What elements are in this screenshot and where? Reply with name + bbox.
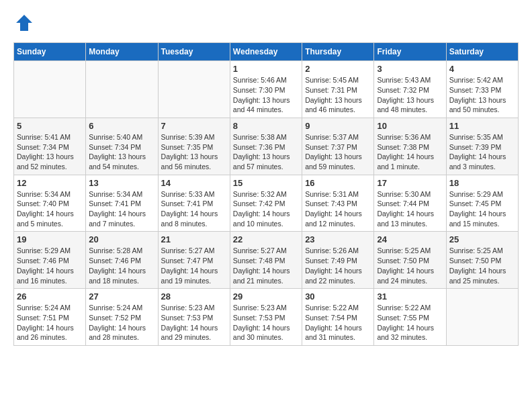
- day-number: 17: [377, 178, 443, 188]
- day-info: Sunrise: 5:36 AM Sunset: 7:38 PM Dayligh…: [377, 132, 443, 172]
- calendar-cell: [158, 61, 230, 118]
- day-number: 25: [449, 234, 515, 244]
- day-info: Sunrise: 5:29 AM Sunset: 7:45 PM Dayligh…: [449, 189, 515, 229]
- day-number: 10: [377, 121, 443, 131]
- day-info: Sunrise: 5:23 AM Sunset: 7:53 PM Dayligh…: [161, 303, 227, 342]
- calendar-cell: 20Sunrise: 5:28 AM Sunset: 7:46 PM Dayli…: [86, 232, 158, 289]
- day-info: Sunrise: 5:38 AM Sunset: 7:36 PM Dayligh…: [233, 132, 299, 172]
- calendar-cell: 11Sunrise: 5:35 AM Sunset: 7:39 PM Dayli…: [446, 118, 518, 175]
- calendar-cell: 15Sunrise: 5:32 AM Sunset: 7:42 PM Dayli…: [230, 175, 302, 232]
- calendar-cell: [86, 61, 158, 118]
- day-number: 31: [377, 291, 443, 302]
- day-number: 13: [89, 178, 154, 188]
- weekday-header-row: SundayMondayTuesdayWednesdayThursdayFrid…: [14, 43, 519, 61]
- calendar-week-row: 19Sunrise: 5:29 AM Sunset: 7:46 PM Dayli…: [14, 232, 519, 289]
- calendar-cell: 6Sunrise: 5:40 AM Sunset: 7:34 PM Daylig…: [86, 118, 158, 175]
- day-info: Sunrise: 5:27 AM Sunset: 7:48 PM Dayligh…: [233, 246, 299, 285]
- calendar-cell: 21Sunrise: 5:27 AM Sunset: 7:47 PM Dayli…: [158, 232, 230, 289]
- day-number: 3: [377, 64, 443, 74]
- day-info: Sunrise: 5:29 AM Sunset: 7:46 PM Dayligh…: [17, 246, 83, 285]
- calendar-cell: [446, 289, 518, 346]
- day-info: Sunrise: 5:35 AM Sunset: 7:39 PM Dayligh…: [449, 132, 515, 172]
- day-info: Sunrise: 5:39 AM Sunset: 7:35 PM Dayligh…: [161, 132, 227, 172]
- calendar-cell: 22Sunrise: 5:27 AM Sunset: 7:48 PM Dayli…: [230, 232, 302, 289]
- calendar-cell: 30Sunrise: 5:22 AM Sunset: 7:54 PM Dayli…: [302, 289, 374, 346]
- day-info: Sunrise: 5:22 AM Sunset: 7:54 PM Dayligh…: [305, 303, 371, 342]
- calendar-cell: 9Sunrise: 5:37 AM Sunset: 7:37 PM Daylig…: [302, 118, 374, 175]
- day-info: Sunrise: 5:42 AM Sunset: 7:33 PM Dayligh…: [449, 75, 515, 115]
- day-number: 28: [161, 291, 227, 302]
- day-number: 2: [305, 64, 371, 74]
- calendar-cell: 24Sunrise: 5:25 AM Sunset: 7:50 PM Dayli…: [374, 232, 446, 289]
- day-info: Sunrise: 5:24 AM Sunset: 7:51 PM Dayligh…: [17, 303, 83, 342]
- calendar-cell: 17Sunrise: 5:30 AM Sunset: 7:44 PM Dayli…: [374, 175, 446, 232]
- calendar-cell: 14Sunrise: 5:33 AM Sunset: 7:41 PM Dayli…: [158, 175, 230, 232]
- day-number: 1: [233, 64, 299, 74]
- calendar-week-row: 26Sunrise: 5:24 AM Sunset: 7:51 PM Dayli…: [14, 289, 519, 346]
- calendar-cell: 27Sunrise: 5:24 AM Sunset: 7:52 PM Dayli…: [86, 289, 158, 346]
- page-header: [13, 13, 519, 36]
- day-info: Sunrise: 5:23 AM Sunset: 7:53 PM Dayligh…: [233, 303, 299, 342]
- weekday-header-wednesday: Wednesday: [230, 43, 302, 61]
- calendar-cell: 19Sunrise: 5:29 AM Sunset: 7:46 PM Dayli…: [14, 232, 86, 289]
- day-info: Sunrise: 5:41 AM Sunset: 7:34 PM Dayligh…: [17, 132, 83, 172]
- calendar-cell: 10Sunrise: 5:36 AM Sunset: 7:38 PM Dayli…: [374, 118, 446, 175]
- weekday-header-friday: Friday: [374, 43, 446, 61]
- day-number: 22: [233, 234, 299, 244]
- day-info: Sunrise: 5:43 AM Sunset: 7:32 PM Dayligh…: [377, 75, 443, 115]
- weekday-header-tuesday: Tuesday: [158, 43, 230, 61]
- day-info: Sunrise: 5:28 AM Sunset: 7:46 PM Dayligh…: [89, 246, 154, 285]
- day-info: Sunrise: 5:27 AM Sunset: 7:47 PM Dayligh…: [161, 246, 227, 285]
- calendar-cell: 1Sunrise: 5:46 AM Sunset: 7:30 PM Daylig…: [230, 61, 302, 118]
- day-number: 6: [89, 121, 154, 131]
- weekday-header-saturday: Saturday: [446, 43, 518, 61]
- day-info: Sunrise: 5:32 AM Sunset: 7:42 PM Dayligh…: [233, 189, 299, 229]
- day-number: 29: [233, 291, 299, 302]
- logo: [13, 13, 34, 36]
- svg-marker-0: [16, 15, 32, 31]
- day-number: 8: [233, 121, 299, 131]
- calendar-cell: 7Sunrise: 5:39 AM Sunset: 7:35 PM Daylig…: [158, 118, 230, 175]
- day-number: 26: [17, 291, 83, 302]
- calendar-table: SundayMondayTuesdayWednesdayThursdayFrid…: [13, 42, 519, 346]
- day-number: 24: [377, 234, 443, 244]
- calendar-cell: 16Sunrise: 5:31 AM Sunset: 7:43 PM Dayli…: [302, 175, 374, 232]
- day-info: Sunrise: 5:22 AM Sunset: 7:55 PM Dayligh…: [377, 303, 443, 342]
- calendar-cell: 28Sunrise: 5:23 AM Sunset: 7:53 PM Dayli…: [158, 289, 230, 346]
- calendar-cell: 23Sunrise: 5:26 AM Sunset: 7:49 PM Dayli…: [302, 232, 374, 289]
- day-number: 19: [17, 234, 83, 244]
- day-info: Sunrise: 5:30 AM Sunset: 7:44 PM Dayligh…: [377, 189, 443, 229]
- day-number: 27: [89, 291, 154, 302]
- calendar-week-row: 5Sunrise: 5:41 AM Sunset: 7:34 PM Daylig…: [14, 118, 519, 175]
- day-info: Sunrise: 5:31 AM Sunset: 7:43 PM Dayligh…: [305, 189, 371, 229]
- day-info: Sunrise: 5:34 AM Sunset: 7:41 PM Dayligh…: [89, 189, 154, 229]
- day-number: 11: [449, 121, 515, 131]
- day-info: Sunrise: 5:34 AM Sunset: 7:40 PM Dayligh…: [17, 189, 83, 229]
- logo-icon: [15, 13, 34, 32]
- calendar-cell: 2Sunrise: 5:45 AM Sunset: 7:31 PM Daylig…: [302, 61, 374, 118]
- day-info: Sunrise: 5:25 AM Sunset: 7:50 PM Dayligh…: [377, 246, 443, 285]
- weekday-header-thursday: Thursday: [302, 43, 374, 61]
- day-number: 21: [161, 234, 227, 244]
- calendar-cell: 25Sunrise: 5:25 AM Sunset: 7:50 PM Dayli…: [446, 232, 518, 289]
- calendar-week-row: 12Sunrise: 5:34 AM Sunset: 7:40 PM Dayli…: [14, 175, 519, 232]
- day-info: Sunrise: 5:24 AM Sunset: 7:52 PM Dayligh…: [89, 303, 154, 342]
- day-number: 16: [305, 178, 371, 188]
- calendar-cell: 29Sunrise: 5:23 AM Sunset: 7:53 PM Dayli…: [230, 289, 302, 346]
- day-number: 15: [233, 178, 299, 188]
- day-number: 18: [449, 178, 515, 188]
- day-number: 7: [161, 121, 227, 131]
- calendar-cell: 31Sunrise: 5:22 AM Sunset: 7:55 PM Dayli…: [374, 289, 446, 346]
- day-number: 12: [17, 178, 83, 188]
- calendar-cell: 5Sunrise: 5:41 AM Sunset: 7:34 PM Daylig…: [14, 118, 86, 175]
- day-info: Sunrise: 5:40 AM Sunset: 7:34 PM Dayligh…: [89, 132, 154, 172]
- calendar-cell: 13Sunrise: 5:34 AM Sunset: 7:41 PM Dayli…: [86, 175, 158, 232]
- day-info: Sunrise: 5:26 AM Sunset: 7:49 PM Dayligh…: [305, 246, 371, 285]
- day-info: Sunrise: 5:33 AM Sunset: 7:41 PM Dayligh…: [161, 189, 227, 229]
- day-number: 4: [449, 64, 515, 74]
- day-info: Sunrise: 5:46 AM Sunset: 7:30 PM Dayligh…: [233, 75, 299, 115]
- calendar-cell: 26Sunrise: 5:24 AM Sunset: 7:51 PM Dayli…: [14, 289, 86, 346]
- calendar-cell: 18Sunrise: 5:29 AM Sunset: 7:45 PM Dayli…: [446, 175, 518, 232]
- weekday-header-monday: Monday: [86, 43, 158, 61]
- calendar-cell: 12Sunrise: 5:34 AM Sunset: 7:40 PM Dayli…: [14, 175, 86, 232]
